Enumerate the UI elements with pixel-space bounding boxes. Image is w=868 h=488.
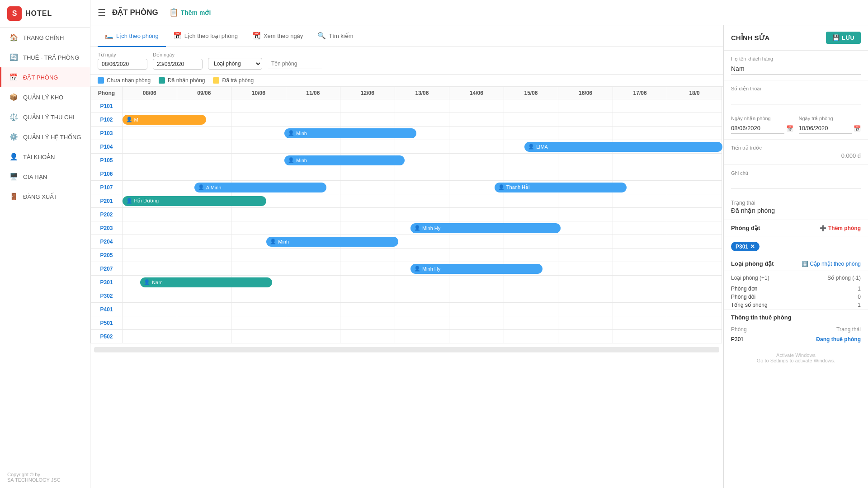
cal-cell[interactable] bbox=[231, 208, 286, 221]
cal-cell[interactable] bbox=[231, 330, 286, 343]
cal-cell[interactable] bbox=[177, 140, 231, 154]
cap-nhat-button[interactable]: ⬇️ Cập nhật theo phòng bbox=[802, 261, 861, 267]
cal-cell[interactable] bbox=[231, 289, 286, 303]
cal-cell[interactable] bbox=[395, 99, 449, 113]
cal-cell[interactable] bbox=[504, 303, 558, 316]
cal-cell[interactable] bbox=[395, 208, 449, 221]
cal-cell[interactable] bbox=[558, 113, 613, 127]
scrollbar[interactable] bbox=[94, 347, 719, 352]
table-row[interactable]: P301👤Nam bbox=[91, 276, 723, 289]
cal-cell[interactable] bbox=[558, 167, 613, 181]
cal-cell[interactable] bbox=[504, 249, 558, 262]
cal-cell[interactable] bbox=[177, 262, 231, 276]
booking-bar[interactable]: 👤Minh Hy bbox=[410, 223, 561, 233]
cal-cell[interactable] bbox=[558, 303, 613, 316]
cal-cell[interactable] bbox=[613, 167, 667, 181]
cal-cell[interactable] bbox=[340, 303, 395, 316]
cal-cell[interactable] bbox=[286, 330, 340, 343]
cal-cell[interactable] bbox=[613, 99, 667, 113]
table-row[interactable]: P105👤Minh bbox=[91, 154, 723, 167]
room-label[interactable]: P401 bbox=[91, 303, 123, 316]
tab-xem-theo-ngay[interactable]: 📆Xem theo ngày bbox=[245, 25, 310, 47]
cal-cell[interactable] bbox=[449, 208, 504, 221]
table-row[interactable]: P106 bbox=[91, 167, 723, 181]
cal-cell[interactable] bbox=[123, 303, 177, 316]
tab-tim-kiem[interactable]: 🔍Tìm kiếm bbox=[310, 25, 360, 47]
cal-cell[interactable] bbox=[667, 235, 722, 249]
table-row[interactable]: P302 bbox=[91, 289, 723, 303]
cal-cell[interactable] bbox=[286, 140, 340, 154]
cal-cell[interactable] bbox=[504, 289, 558, 303]
cal-cell[interactable] bbox=[286, 262, 340, 276]
cal-cell[interactable] bbox=[123, 249, 177, 262]
cal-cell[interactable] bbox=[231, 99, 286, 113]
cal-cell[interactable] bbox=[286, 249, 340, 262]
cal-cell[interactable] bbox=[340, 140, 395, 154]
cal-cell[interactable] bbox=[123, 154, 177, 167]
room-label[interactable]: P104 bbox=[91, 140, 123, 154]
checkout-calendar-icon[interactable]: 📅 bbox=[854, 125, 861, 132]
cal-cell[interactable] bbox=[123, 99, 177, 113]
them-phong-button[interactable]: ➕ Thêm phòng bbox=[820, 225, 861, 231]
cal-cell[interactable] bbox=[558, 99, 613, 113]
booking-bar[interactable]: 👤Minh bbox=[284, 155, 405, 165]
cal-cell[interactable] bbox=[667, 249, 722, 262]
cal-cell[interactable] bbox=[123, 262, 177, 276]
sidebar-item-gia-han[interactable]: 🖥️GIA HẠN bbox=[0, 167, 90, 187]
calendar-wrapper[interactable]: Phòng08/0609/0610/0611/0612/0613/0614/06… bbox=[90, 87, 723, 488]
cal-cell[interactable] bbox=[340, 262, 395, 276]
cal-cell[interactable] bbox=[504, 316, 558, 330]
cal-cell[interactable] bbox=[177, 167, 231, 181]
cal-cell[interactable] bbox=[667, 316, 722, 330]
checkout-input[interactable] bbox=[799, 123, 852, 134]
sidebar-item-dat-phong[interactable]: 📅ĐẶT PHÒNG bbox=[0, 67, 90, 87]
cal-cell[interactable] bbox=[613, 194, 667, 208]
cal-cell[interactable] bbox=[395, 140, 449, 154]
cal-cell[interactable] bbox=[667, 167, 722, 181]
cal-cell[interactable] bbox=[177, 127, 231, 140]
table-row[interactable]: P205 bbox=[91, 249, 723, 262]
cal-cell[interactable] bbox=[231, 167, 286, 181]
room-name-input[interactable] bbox=[268, 59, 322, 69]
phone-input[interactable] bbox=[731, 93, 861, 104]
cal-cell[interactable] bbox=[667, 221, 722, 235]
room-label[interactable]: P102 bbox=[91, 113, 123, 127]
cal-cell[interactable] bbox=[613, 262, 667, 276]
booking-bar[interactable]: 👤Thanh Hải bbox=[495, 183, 627, 192]
booking-bar[interactable]: 👤Nam bbox=[140, 277, 272, 287]
table-row[interactable]: P103👤Minh bbox=[91, 127, 723, 140]
booking-bar[interactable]: 👤Minh bbox=[266, 237, 398, 247]
cal-cell[interactable] bbox=[286, 303, 340, 316]
cal-cell[interactable] bbox=[449, 289, 504, 303]
cal-cell[interactable] bbox=[123, 181, 177, 194]
booking-bar[interactable]: 👤Hải Dương bbox=[123, 196, 267, 206]
note-input[interactable] bbox=[731, 177, 861, 188]
room-label[interactable]: P201 bbox=[91, 194, 123, 208]
cal-cell[interactable] bbox=[177, 330, 231, 343]
sidebar-item-quan-ly-kho[interactable]: 📦QUẢN LÝ KHO bbox=[0, 87, 90, 107]
booking-bar[interactable]: 👤LIMA bbox=[524, 142, 722, 152]
room-label[interactable]: P205 bbox=[91, 249, 123, 262]
cal-cell[interactable] bbox=[340, 181, 395, 194]
cal-cell[interactable] bbox=[177, 208, 231, 221]
cal-cell[interactable] bbox=[123, 221, 177, 235]
cal-cell[interactable] bbox=[177, 235, 231, 249]
cal-cell[interactable] bbox=[395, 249, 449, 262]
cal-cell[interactable] bbox=[231, 221, 286, 235]
cal-cell[interactable] bbox=[449, 140, 504, 154]
cal-cell[interactable] bbox=[231, 316, 286, 330]
cal-cell[interactable] bbox=[177, 249, 231, 262]
cal-cell[interactable] bbox=[449, 154, 504, 167]
cal-cell[interactable] bbox=[286, 208, 340, 221]
tab-lich-theo-phong[interactable]: 🛏️Lịch theo phòng bbox=[98, 25, 166, 47]
cal-cell[interactable] bbox=[667, 303, 722, 316]
cal-cell[interactable] bbox=[613, 208, 667, 221]
cal-cell[interactable] bbox=[558, 127, 613, 140]
cal-cell[interactable] bbox=[231, 262, 286, 276]
cal-cell[interactable] bbox=[667, 262, 722, 276]
cal-cell[interactable] bbox=[123, 208, 177, 221]
cal-cell[interactable] bbox=[449, 194, 504, 208]
cal-cell[interactable] bbox=[558, 262, 613, 276]
cal-cell[interactable] bbox=[613, 221, 667, 235]
room-label[interactable]: P501 bbox=[91, 316, 123, 330]
